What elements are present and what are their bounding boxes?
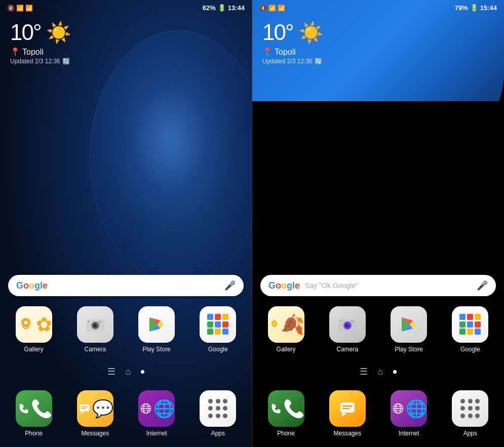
right-app-google[interactable]: Google: [442, 306, 499, 353]
svg-rect-7: [98, 321, 101, 323]
left-dock-internet[interactable]: Internet: [128, 390, 185, 437]
right-internet-label: Internet: [399, 430, 419, 437]
left-playstore-label: Play Store: [142, 346, 170, 353]
right-hamburger-icon: ☰: [360, 366, 368, 377]
right-refresh-icon: 🔄: [315, 58, 322, 65]
google-cell-5: [215, 321, 221, 328]
r-google-cell-7: [459, 329, 466, 335]
right-app-playstore[interactable]: Play Store: [380, 306, 438, 353]
left-home-icon[interactable]: ⌂: [126, 367, 131, 377]
left-time: 13:44: [228, 4, 245, 12]
left-dock-phone[interactable]: Phone: [5, 390, 62, 437]
right-phone-panel: 🔇 📶 📶 79% 🔋 15:44 10° ☀️ 📍 Topoli Update…: [252, 0, 504, 447]
left-page-indicators: ☰ ⌂: [0, 361, 252, 383]
left-spacer: [0, 69, 252, 275]
right-weather-sun-icon: ☀️: [298, 21, 324, 45]
left-weather-sun-icon: ☀️: [46, 21, 71, 45]
right-dock-phone[interactable]: Phone: [257, 390, 315, 437]
google-cell-2: [215, 314, 221, 320]
left-mic-icon[interactable]: 🎤: [224, 280, 236, 291]
left-dock-messages[interactable]: Messages: [66, 390, 124, 437]
svg-point-0: [24, 321, 27, 324]
google-cell-3: [222, 314, 228, 320]
right-location-pin-icon: 📍: [262, 47, 273, 57]
right-dock-internet[interactable]: Internet: [380, 390, 438, 437]
gallery-svg: [16, 313, 36, 336]
google-cell-4: [207, 321, 213, 328]
right-search-bar[interactable]: Google Say "Ok Google" 🎤: [260, 275, 496, 296]
dot-1: [208, 399, 213, 403]
right-dot-active: [393, 370, 397, 374]
r-dot-5: [468, 406, 473, 411]
svg-rect-24: [351, 320, 354, 322]
left-google-label: Google: [208, 346, 228, 353]
dot-4: [208, 406, 213, 411]
left-battery-icon: 🔋: [218, 4, 226, 12]
left-camera-icon: [77, 306, 113, 343]
messages-svg: [77, 397, 92, 420]
left-location-pin-icon: 📍: [10, 47, 20, 57]
right-weather-updated: Updated 2/3 12:36 🔄: [262, 58, 494, 65]
left-app-google[interactable]: Google: [189, 306, 247, 353]
r-google-cell-3: [475, 314, 481, 320]
right-home-icon[interactable]: ⌂: [378, 367, 383, 377]
r-google-cell-5: [467, 321, 473, 328]
left-updated-text: Updated 2/3 12:36: [10, 58, 60, 65]
left-camera-label: Camera: [85, 346, 106, 353]
left-apps-icon: [200, 390, 236, 427]
r-google-cell-4: [459, 321, 466, 328]
camera-svg: [84, 313, 106, 336]
google-cell-8: [215, 329, 221, 335]
right-battery-percent: 79%: [455, 4, 468, 12]
dot-6: [223, 406, 227, 411]
right-gallery-svg: [268, 313, 281, 336]
right-messages-icon: [329, 390, 366, 427]
left-phone-label: Phone: [25, 430, 43, 437]
right-weather-widget: 10° ☀️ 📍 Topoli Updated 2/3 12:36 🔄: [252, 14, 504, 69]
left-weather-location: 📍 Topoli: [10, 47, 242, 57]
right-phone-icon: [268, 390, 304, 427]
right-weather-temp: 10°: [262, 20, 293, 45]
internet-svg: [138, 397, 153, 420]
left-internet-label: Internet: [146, 430, 167, 437]
left-battery-percent: 62%: [203, 4, 216, 12]
svg-point-23: [348, 324, 349, 325]
left-gallery-label: Gallery: [24, 346, 44, 353]
right-page-indicators: ☰ ⌂: [252, 361, 504, 383]
left-weather-updated: Updated 2/3 12:36 🔄: [10, 58, 242, 65]
right-app-camera[interactable]: Camera: [319, 306, 376, 353]
left-city-name: Topoli: [22, 48, 44, 57]
left-app-gallery[interactable]: Gallery: [5, 306, 62, 353]
right-google-icon: [452, 306, 488, 343]
r-google-cell-6: [475, 321, 481, 328]
google-cell-9: [222, 329, 228, 335]
signal-icon: 📶: [25, 5, 33, 12]
right-playstore-svg: [398, 313, 420, 336]
dot-8: [216, 414, 220, 418]
right-dock: Phone Messages: [252, 383, 504, 447]
left-app-camera[interactable]: Camera: [66, 306, 124, 353]
google-cell-6: [222, 321, 228, 328]
right-dock-apps[interactable]: Apps: [442, 390, 499, 437]
right-camera-svg: [336, 313, 359, 336]
left-apps-label: Apps: [211, 430, 225, 437]
right-app-gallery[interactable]: Gallery: [257, 306, 315, 353]
right-camera-icon: [329, 306, 366, 343]
dot-5: [216, 406, 220, 411]
svg-point-25: [340, 320, 342, 322]
right-google-grid: [459, 314, 481, 335]
left-search-bar[interactable]: Google 🎤: [8, 275, 244, 296]
left-weather-widget: 10° ☀️ 📍 Topoli Updated 2/3 12:36 🔄: [0, 14, 252, 69]
svg-point-8: [88, 320, 90, 322]
left-google-icon: [200, 306, 236, 343]
right-gallery-icon: [268, 306, 304, 343]
right-mic-icon[interactable]: 🎤: [477, 280, 488, 291]
svg-marker-27: [341, 413, 346, 417]
left-dock-apps[interactable]: Apps: [189, 390, 247, 437]
right-dock-messages[interactable]: Messages: [319, 390, 376, 437]
right-spacer: [252, 69, 504, 275]
right-internet-icon: [391, 390, 427, 427]
right-search-placeholder[interactable]: Say "Ok Google": [300, 281, 477, 290]
left-app-playstore[interactable]: Play Store: [128, 306, 185, 353]
right-google-label: Google: [460, 346, 480, 353]
